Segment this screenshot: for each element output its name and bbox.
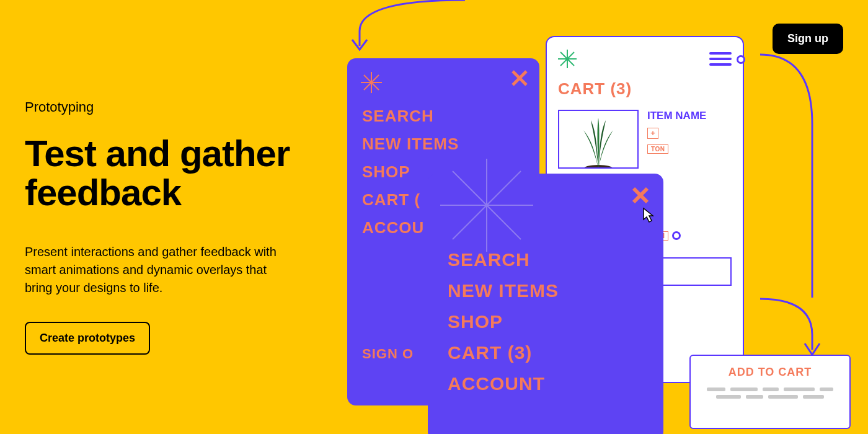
headline: Test and gather feedback [25,134,291,212]
kicker: Prototyping [25,99,291,115]
cursor-icon [641,207,655,223]
add-to-cart-card: ADD TO CART [689,355,851,429]
star-icon [558,50,577,68]
cart-item: ITEM NAME + TON [558,110,732,169]
prototype-node-icon [672,231,681,240]
plant-icon [574,115,623,169]
qty-plus-button[interactable]: + [647,128,658,139]
item-thumbnail [558,110,639,169]
prototype-node-icon [737,55,745,64]
cart-title: CART (3) [558,79,732,99]
item-name: ITEM NAME [647,110,732,122]
variant-chip[interactable]: TON [647,144,668,154]
menu-item[interactable]: SHOP [448,311,644,332]
body-text: Present interactions and gather feedback… [25,243,291,297]
signout-item[interactable]: SIGN O [362,346,414,362]
hamburger-icon[interactable] [709,52,732,66]
menu-item[interactable]: NEW ITEMS [448,280,644,301]
star-icon [440,159,533,252]
menu-item[interactable]: SEARCH [448,249,644,270]
create-prototypes-button[interactable]: Create prototypes [25,322,150,355]
star-icon [361,72,382,93]
menu-item[interactable]: ACCOUNT [448,373,644,394]
menu-frame-front: SEARCH NEW ITEMS SHOP CART (3) ACCOUNT [428,174,663,434]
menu-item[interactable]: NEW ITEMS [362,135,525,154]
close-icon[interactable] [631,186,650,205]
prototype-canvas: CART (3) ITEM NAME + TON [347,0,868,434]
add-to-cart-title: ADD TO CART [702,366,838,379]
skeleton-text [702,388,838,399]
close-icon[interactable] [511,69,528,87]
hero-copy: Prototyping Test and gather feedback Pre… [25,99,291,355]
menu-item[interactable]: SEARCH [362,107,525,126]
menu-item[interactable]: CART (3) [448,342,644,363]
